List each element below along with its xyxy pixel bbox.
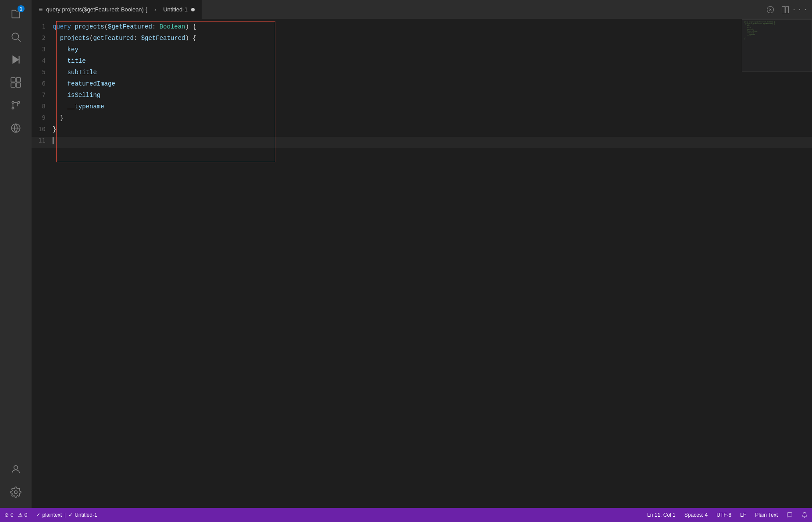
tab-filename: Untitled-1 — [160, 6, 188, 13]
line-content-9: } — [53, 114, 64, 122]
line-content-7: isSelling — [53, 92, 100, 99]
warning-count: 0 — [25, 512, 28, 518]
status-encoding[interactable]: UTF-8 — [712, 508, 736, 522]
code-line-10: 10 } — [32, 125, 812, 137]
activity-item-settings[interactable] — [5, 482, 26, 503]
more-actions-button[interactable]: ··· — [794, 3, 807, 16]
code-line-5: 5 subTitle — [32, 68, 812, 80]
line-content-4: title — [53, 57, 86, 64]
minimap: query projects($getFeatured: Boolean) { … — [742, 19, 812, 72]
language-mode-text: Plain Text — [755, 512, 778, 518]
svg-point-9 — [18, 101, 19, 103]
encoding-text: UTF-8 — [716, 512, 731, 518]
line-content-11 — [53, 137, 53, 144]
svg-rect-7 — [16, 83, 21, 87]
error-icon: ⊘ — [4, 512, 9, 518]
tab-dirty-indicator — [191, 8, 195, 11]
copilot-button[interactable] — [764, 3, 777, 16]
activity-item-account[interactable] — [5, 459, 26, 480]
spaces-text: Spaces: 4 — [684, 512, 708, 518]
check-icon-2: ✓ — [68, 512, 73, 518]
status-right: Ln 11, Col 1 Spaces: 4 UTF-8 LF Plain Te… — [643, 508, 812, 522]
svg-line-1 — [18, 39, 21, 42]
line-number-7: 7 — [35, 91, 53, 98]
status-errors[interactable]: ⊘ 0 ⚠ 0 — [0, 508, 32, 522]
feedback-icon — [787, 512, 793, 518]
svg-rect-16 — [786, 6, 789, 13]
activity-item-explorer[interactable]: 1 — [5, 4, 26, 25]
line-number-3: 3 — [35, 46, 53, 53]
code-line-4: 4 title — [32, 57, 812, 68]
activity-bottom — [5, 459, 26, 508]
code-line-8: 8 __typename — [32, 103, 812, 114]
status-feedback[interactable] — [782, 508, 797, 522]
line-number-6: 6 — [35, 80, 53, 87]
code-line-9: 9 } — [32, 114, 812, 125]
activity-item-extensions[interactable] — [5, 72, 26, 93]
status-line-ending[interactable]: LF — [736, 508, 751, 522]
activity-item-source-control[interactable] — [5, 95, 26, 116]
check-icon: ✓ — [36, 512, 40, 518]
svg-point-10 — [12, 107, 14, 109]
svg-rect-6 — [11, 83, 15, 87]
line-content-10: } — [53, 126, 56, 133]
line-content-2: projects(getFeatured: $getFeatured) { — [53, 35, 196, 42]
svg-rect-4 — [11, 78, 15, 82]
split-editor-button[interactable] — [779, 3, 792, 16]
code-line-11: 11 — [32, 137, 812, 148]
code-line-1: 1 query projects($getFeatured: Boolean) … — [32, 23, 812, 34]
breadcrumb-icon: ≡ — [39, 6, 43, 14]
status-language-mode[interactable]: Plain Text — [751, 508, 782, 522]
line-content-5: subTitle — [53, 69, 97, 76]
status-spaces[interactable]: Spaces: 4 — [680, 508, 712, 522]
status-language-check[interactable]: ✓ plaintext | ✓ Untitled-1 — [32, 508, 101, 522]
status-bar: ⊘ 0 ⚠ 0 ✓ plaintext | ✓ Untitled-1 Ln 11… — [0, 508, 812, 522]
activity-item-search[interactable] — [5, 26, 26, 47]
line-number-5: 5 — [35, 68, 53, 75]
svg-marker-2 — [12, 55, 19, 64]
editor-area: 1 query projects($getFeatured: Boolean) … — [32, 19, 812, 508]
line-number-10: 10 — [35, 125, 53, 132]
editor-tab[interactable]: ≡ query projects($getFeatured: Boolean) … — [32, 0, 202, 19]
line-content-1: query projects($getFeatured: Boolean) { — [53, 23, 196, 30]
status-divider-1: | — [64, 512, 67, 518]
text-cursor — [53, 137, 53, 144]
tab-separator: › — [151, 6, 156, 13]
status-position[interactable]: Ln 11, Col 1 — [643, 508, 680, 522]
svg-point-12 — [14, 465, 18, 469]
code-line-6: 6 featuredImage — [32, 80, 812, 91]
line-number-1: 1 — [35, 23, 53, 30]
code-editor[interactable]: 1 query projects($getFeatured: Boolean) … — [32, 19, 812, 508]
line-number-4: 4 — [35, 57, 53, 64]
svg-point-13 — [14, 491, 18, 494]
warning-icon: ⚠ — [18, 512, 23, 518]
svg-rect-5 — [16, 78, 21, 82]
line-number-2: 2 — [35, 34, 53, 41]
position-text: Ln 11, Col 1 — [647, 512, 676, 518]
line-ending-text: LF — [740, 512, 746, 518]
status-lang-label: plaintext — [42, 512, 62, 518]
bell-icon — [801, 512, 808, 518]
status-left: ⊘ 0 ⚠ 0 ✓ plaintext | ✓ Untitled-1 — [0, 508, 102, 522]
activity-item-run[interactable] — [5, 49, 26, 70]
line-content-6: featuredImage — [53, 80, 115, 87]
line-number-11: 11 — [35, 137, 53, 144]
status-notifications[interactable] — [797, 508, 812, 522]
svg-point-8 — [12, 101, 14, 103]
line-content-8: __typename — [53, 103, 104, 110]
minimap-content: query projects($getFeatured: Boolean) { … — [742, 20, 812, 42]
tab-breadcrumb-title: query projects($getFeatured: Boolean) { — [46, 6, 147, 13]
code-line-2: 2 projects(getFeatured: $getFeatured) { — [32, 34, 812, 46]
line-content-3: key — [53, 46, 78, 53]
line-number-8: 8 — [35, 103, 53, 110]
tab-bar: ≡ query projects($getFeatured: Boolean) … — [32, 0, 812, 19]
error-count: 0 — [11, 512, 14, 518]
line-number-9: 9 — [35, 114, 53, 121]
tab-actions: ··· — [764, 3, 812, 16]
svg-point-0 — [12, 33, 18, 39]
status-filename: Untitled-1 — [75, 512, 97, 518]
activity-item-remote[interactable] — [5, 118, 26, 139]
svg-rect-15 — [782, 6, 785, 13]
code-line-3: 3 key — [32, 46, 812, 57]
code-line-7: 7 isSelling — [32, 91, 812, 103]
